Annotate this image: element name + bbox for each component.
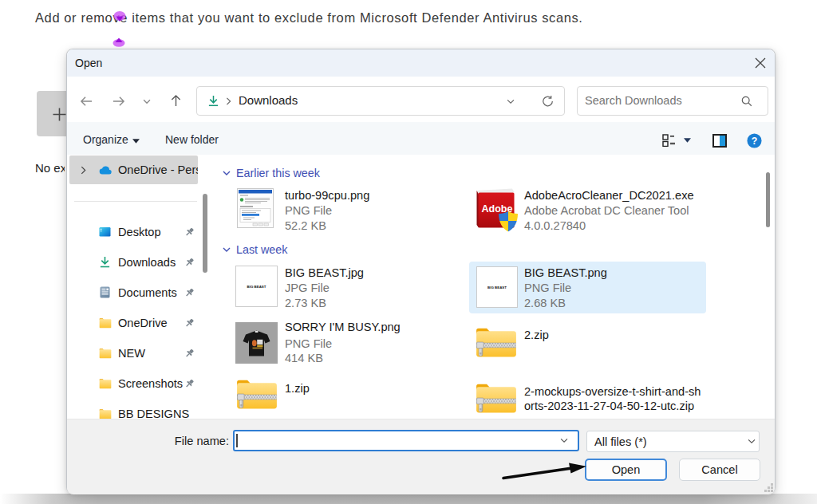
- svg-text:BIG BEAST: BIG BEAST: [247, 285, 266, 289]
- svg-text:?: ?: [752, 136, 758, 147]
- svg-text:BIG BEAST: BIG BEAST: [487, 285, 507, 289]
